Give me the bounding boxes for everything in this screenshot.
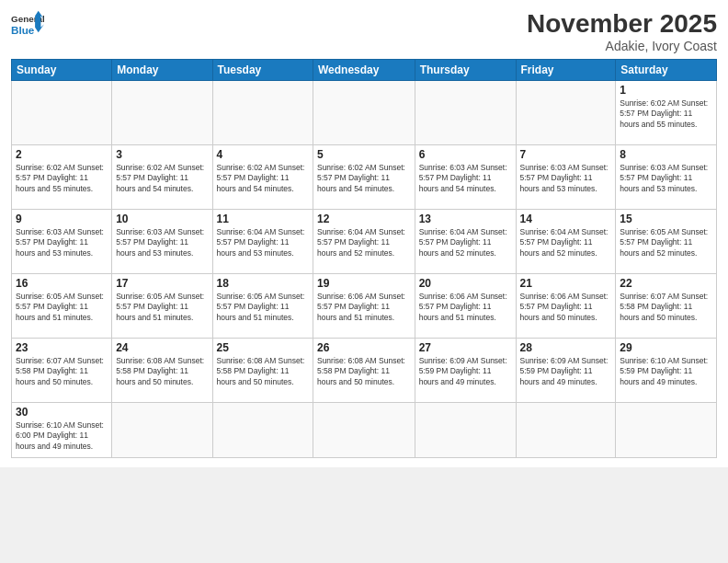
table-row [516,403,616,458]
logo-icon: General Blue [11,9,44,42]
table-row: 13Sunrise: 6:04 AM Sunset: 5:57 PM Dayli… [415,210,516,274]
table-row: 8Sunrise: 6:03 AM Sunset: 5:57 PM Daylig… [616,145,717,210]
col-thursday: Thursday [415,60,516,81]
col-saturday: Saturday [616,60,717,81]
table-row [112,81,212,145]
table-row [313,81,415,145]
col-sunday: Sunday [12,60,112,81]
table-row: 5Sunrise: 6:02 AM Sunset: 5:57 PM Daylig… [313,145,415,210]
day-number: 5 [317,148,411,161]
day-number: 18 [217,277,309,290]
day-info: Sunrise: 6:03 AM Sunset: 5:57 PM Dayligh… [116,227,208,259]
table-row: 24Sunrise: 6:08 AM Sunset: 5:58 PM Dayli… [112,339,212,403]
title-block: November 2025 Adakie, Ivory Coast [527,9,717,53]
day-number: 13 [419,213,512,225]
table-row [212,81,313,145]
day-info: Sunrise: 6:06 AM Sunset: 5:57 PM Dayligh… [520,292,612,323]
table-row [12,81,112,145]
day-number: 22 [620,277,712,290]
table-row: 2Sunrise: 6:02 AM Sunset: 5:57 PM Daylig… [12,145,112,210]
table-row: 12Sunrise: 6:04 AM Sunset: 5:57 PM Dayli… [313,210,415,274]
day-number: 16 [16,277,108,290]
day-number: 23 [16,341,108,354]
table-row: 21Sunrise: 6:06 AM Sunset: 5:57 PM Dayli… [516,274,616,339]
day-number: 14 [520,213,612,225]
day-number: 29 [620,341,712,354]
location-subtitle: Adakie, Ivory Coast [527,39,717,53]
header: General Blue November 2025 Adakie, Ivory… [11,9,717,53]
day-info: Sunrise: 6:08 AM Sunset: 5:58 PM Dayligh… [217,356,309,387]
day-info: Sunrise: 6:05 AM Sunset: 5:57 PM Dayligh… [620,227,712,259]
table-row: 7Sunrise: 6:03 AM Sunset: 5:57 PM Daylig… [516,145,616,210]
table-row [112,403,212,458]
table-row: 19Sunrise: 6:06 AM Sunset: 5:57 PM Dayli… [313,274,415,339]
table-row: 23Sunrise: 6:07 AM Sunset: 5:58 PM Dayli… [12,339,112,403]
table-row [212,403,313,458]
day-number: 7 [520,148,612,161]
day-number: 15 [620,213,712,225]
day-info: Sunrise: 6:09 AM Sunset: 5:59 PM Dayligh… [419,356,512,387]
day-info: Sunrise: 6:08 AM Sunset: 5:58 PM Dayligh… [116,356,208,387]
table-row: 28Sunrise: 6:09 AM Sunset: 5:59 PM Dayli… [516,339,616,403]
day-number: 25 [217,341,309,354]
month-title: November 2025 [527,9,717,39]
day-info: Sunrise: 6:02 AM Sunset: 5:57 PM Dayligh… [16,163,108,194]
day-info: Sunrise: 6:02 AM Sunset: 5:57 PM Dayligh… [317,163,411,194]
day-info: Sunrise: 6:07 AM Sunset: 5:58 PM Dayligh… [16,356,108,387]
day-info: Sunrise: 6:05 AM Sunset: 5:57 PM Dayligh… [116,292,208,323]
table-row [415,403,516,458]
table-row: 26Sunrise: 6:08 AM Sunset: 5:58 PM Dayli… [313,339,415,403]
table-row: 30Sunrise: 6:10 AM Sunset: 6:00 PM Dayli… [12,403,112,458]
day-info: Sunrise: 6:04 AM Sunset: 5:57 PM Dayligh… [520,227,612,259]
col-friday: Friday [516,60,616,81]
day-number: 17 [116,277,208,290]
day-number: 20 [419,277,512,290]
table-row: 15Sunrise: 6:05 AM Sunset: 5:57 PM Dayli… [616,210,717,274]
day-number: 8 [620,148,712,161]
day-info: Sunrise: 6:10 AM Sunset: 5:59 PM Dayligh… [620,356,712,387]
day-number: 19 [317,277,411,290]
table-row: 18Sunrise: 6:05 AM Sunset: 5:57 PM Dayli… [212,274,313,339]
day-info: Sunrise: 6:03 AM Sunset: 5:57 PM Dayligh… [16,227,108,259]
day-number: 12 [317,213,411,225]
table-row: 10Sunrise: 6:03 AM Sunset: 5:57 PM Dayli… [112,210,212,274]
day-info: Sunrise: 6:07 AM Sunset: 5:58 PM Dayligh… [620,292,712,323]
col-tuesday: Tuesday [212,60,313,81]
day-info: Sunrise: 6:04 AM Sunset: 5:57 PM Dayligh… [217,227,309,259]
table-row [516,81,616,145]
day-number: 24 [116,341,208,354]
day-info: Sunrise: 6:03 AM Sunset: 5:57 PM Dayligh… [520,163,612,194]
day-info: Sunrise: 6:05 AM Sunset: 5:57 PM Dayligh… [217,292,309,323]
day-info: Sunrise: 6:04 AM Sunset: 5:57 PM Dayligh… [419,227,512,259]
table-row: 17Sunrise: 6:05 AM Sunset: 5:57 PM Dayli… [112,274,212,339]
table-row: 4Sunrise: 6:02 AM Sunset: 5:57 PM Daylig… [212,145,313,210]
day-info: Sunrise: 6:06 AM Sunset: 5:57 PM Dayligh… [317,292,411,323]
day-number: 1 [620,84,712,97]
day-number: 6 [419,148,512,161]
day-number: 28 [520,341,612,354]
day-info: Sunrise: 6:04 AM Sunset: 5:57 PM Dayligh… [317,227,411,259]
day-number: 27 [419,341,512,354]
day-info: Sunrise: 6:02 AM Sunset: 5:57 PM Dayligh… [620,98,712,130]
table-row: 16Sunrise: 6:05 AM Sunset: 5:57 PM Dayli… [12,274,112,339]
table-row: 25Sunrise: 6:08 AM Sunset: 5:58 PM Dayli… [212,339,313,403]
day-info: Sunrise: 6:09 AM Sunset: 5:59 PM Dayligh… [520,356,612,387]
day-info: Sunrise: 6:06 AM Sunset: 5:57 PM Dayligh… [419,292,512,323]
day-number: 26 [317,341,411,354]
day-number: 10 [116,213,208,225]
day-number: 21 [520,277,612,290]
table-row: 9Sunrise: 6:03 AM Sunset: 5:57 PM Daylig… [12,210,112,274]
table-row: 29Sunrise: 6:10 AM Sunset: 5:59 PM Dayli… [616,339,717,403]
table-row: 6Sunrise: 6:03 AM Sunset: 5:57 PM Daylig… [415,145,516,210]
day-number: 2 [16,148,108,161]
day-number: 30 [16,406,108,419]
table-row [313,403,415,458]
day-info: Sunrise: 6:10 AM Sunset: 6:00 PM Dayligh… [16,420,108,452]
table-row: 27Sunrise: 6:09 AM Sunset: 5:59 PM Dayli… [415,339,516,403]
day-info: Sunrise: 6:02 AM Sunset: 5:57 PM Dayligh… [116,163,208,194]
day-info: Sunrise: 6:03 AM Sunset: 5:57 PM Dayligh… [419,163,512,194]
table-row: 11Sunrise: 6:04 AM Sunset: 5:57 PM Dayli… [212,210,313,274]
day-number: 9 [16,213,108,225]
col-monday: Monday [112,60,212,81]
table-row: 20Sunrise: 6:06 AM Sunset: 5:57 PM Dayli… [415,274,516,339]
